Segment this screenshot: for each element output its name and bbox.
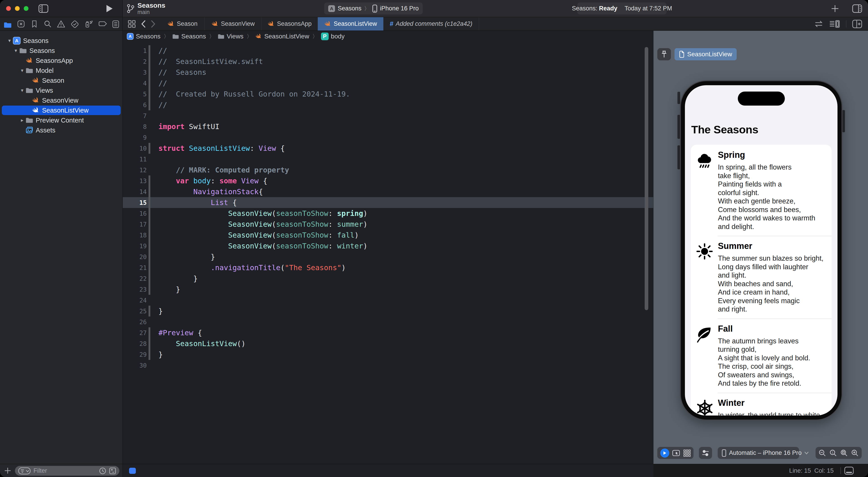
toggle-debug-area-icon[interactable] (843, 464, 855, 477)
line-number[interactable]: 2 (123, 58, 147, 65)
line-number[interactable]: 23 (123, 286, 147, 293)
go-back-icon[interactable] (141, 20, 146, 28)
code-line-20[interactable]: 20 } (123, 251, 653, 262)
line-number[interactable]: 18 (123, 232, 147, 239)
code-line-17[interactable]: 17 SeasonView(seasonToShow: summer) (123, 219, 653, 230)
sidebar-item-model[interactable]: ▾Model (0, 65, 123, 76)
run-destination[interactable]: iPhone 16 Pro (380, 5, 418, 12)
tab-seasonsapp[interactable]: SeasonsApp (261, 17, 318, 31)
code-line-27[interactable]: 27#Preview { (123, 327, 653, 338)
sidebar-item-season[interactable]: Season (0, 76, 123, 85)
scm-branch-info[interactable]: Seasons main (126, 0, 165, 17)
minimize-window-button[interactable] (15, 6, 20, 11)
code-line-29[interactable]: 29} (123, 349, 653, 360)
code-line-12[interactable]: 12 // MARK: Computed property (123, 165, 653, 175)
line-number[interactable]: 27 (123, 329, 147, 336)
line-number[interactable]: 13 (123, 177, 147, 184)
breadcrumb-item-seasons[interactable]: ASeasons (127, 33, 160, 40)
run-button[interactable] (104, 0, 114, 17)
sidebar-item-seasonsapp[interactable]: SeasonsApp (0, 56, 123, 65)
disclosure-closed-icon[interactable]: ▸ (20, 117, 25, 123)
code-line-4[interactable]: 4// (123, 78, 653, 89)
code-line-11[interactable]: 11 (123, 154, 653, 165)
line-number[interactable]: 8 (123, 123, 147, 130)
line-number[interactable]: 19 (123, 243, 147, 249)
code-line-3[interactable]: 3// Seasons (123, 67, 653, 78)
code-line-6[interactable]: 6// (123, 99, 653, 110)
sidebar-item-assets[interactable]: Assets (0, 125, 123, 135)
toggle-inspector-icon[interactable] (851, 0, 863, 17)
code-line-23[interactable]: 23 } (123, 284, 653, 295)
line-number[interactable]: 12 (123, 167, 147, 174)
code-line-10[interactable]: 10struct SeasonListView: View { (123, 143, 653, 154)
close-window-button[interactable] (6, 6, 11, 11)
code-line-2[interactable]: 2// SeasonListView.swift (123, 56, 653, 67)
line-number[interactable]: 5 (123, 91, 147, 98)
source-editor[interactable]: 1//2// SeasonListView.swift3// Seasons4/… (123, 42, 653, 464)
editor-scrollbar[interactable] (645, 47, 648, 310)
line-number[interactable]: 6 (123, 101, 147, 109)
code-line-19[interactable]: 19 SeasonView(seasonToShow: winter) (123, 241, 653, 251)
navigator-source-control-icon[interactable] (17, 20, 25, 28)
line-number[interactable]: 11 (123, 156, 147, 163)
related-items-icon[interactable] (128, 20, 136, 28)
line-number[interactable]: 20 (123, 254, 147, 261)
line-number[interactable]: 7 (123, 112, 147, 119)
line-number[interactable]: 9 (123, 134, 147, 141)
zoom-out-icon[interactable] (818, 449, 827, 457)
breakpoint-indicator[interactable] (129, 468, 136, 474)
line-number[interactable]: 29 (123, 351, 147, 358)
disclosure-open-icon[interactable]: ▾ (7, 38, 12, 43)
line-number[interactable]: 22 (123, 275, 147, 282)
breadcrumb-item-body[interactable]: Pbody (321, 33, 345, 40)
add-editor-icon[interactable] (830, 0, 840, 17)
code-line-16[interactable]: 16 SeasonView(seasonToShow: spring) (123, 208, 653, 219)
line-number[interactable]: 30 (123, 362, 147, 369)
line-number[interactable]: 16 (123, 210, 147, 217)
code-line-15[interactable]: 15 List { (123, 197, 653, 208)
scheme-selector[interactable]: A Seasons 〉 iPhone 16 Pro (324, 2, 423, 14)
code-line-30[interactable]: 30 (123, 360, 653, 371)
code-line-5[interactable]: 5// Created by Russell Gordon on 2024-11… (123, 89, 653, 99)
code-line-8[interactable]: 8import SwiftUI (123, 121, 653, 132)
navigator-breakpoints-icon[interactable] (112, 20, 120, 28)
tab-seasonlistview[interactable]: SeasonListView (318, 17, 383, 31)
code-line-9[interactable]: 9 (123, 132, 653, 143)
sidebar-item-seasonlistview[interactable]: SeasonListView (0, 106, 123, 115)
sidebar-item-views[interactable]: ▾Views (0, 85, 123, 95)
swap-editors-icon[interactable] (814, 20, 824, 28)
go-forward-icon[interactable] (151, 20, 156, 28)
split-editor-icon[interactable] (852, 20, 862, 28)
navigator-issues-icon[interactable] (57, 20, 65, 28)
zoom-in-icon[interactable] (851, 449, 859, 457)
line-number[interactable]: 26 (123, 319, 147, 326)
line-number[interactable]: 25 (123, 308, 147, 315)
disclosure-open-icon[interactable]: ▾ (13, 48, 19, 54)
line-number[interactable]: 1 (123, 47, 147, 54)
code-line-21[interactable]: 21 .navigationTitle("The Seasons") (123, 262, 653, 273)
breadcrumb-item-views[interactable]: Views (218, 33, 243, 40)
tab-seasonview[interactable]: SeasonView (205, 17, 261, 31)
navigator-tags-icon[interactable] (98, 20, 106, 28)
breadcrumb-item-seasons[interactable]: Seasons (172, 33, 206, 40)
line-number[interactable]: 10 (123, 145, 147, 152)
line-number[interactable]: 14 (123, 188, 147, 195)
scheme-name[interactable]: Seasons (338, 5, 362, 12)
code-line-22[interactable]: 22 } (123, 273, 653, 284)
sidebar-item-seasons[interactable]: ▾ASeasons (0, 36, 123, 46)
pin-preview-button[interactable] (657, 48, 671, 60)
tab-added-comments-c1e2a42-[interactable]: #Added comments (c1e2a42) (383, 17, 479, 31)
code-line-18[interactable]: 18 SeasonView(seasonToShow: fall) (123, 230, 653, 241)
editor-options-icon[interactable] (829, 20, 840, 28)
activity-status[interactable]: Seasons: Ready Today at 7:52 PM (577, 2, 666, 14)
line-number[interactable]: 17 (123, 221, 147, 228)
code-line-7[interactable]: 7 (123, 110, 653, 121)
add-file-icon[interactable] (3, 464, 12, 477)
preview-variants-icon[interactable] (683, 449, 691, 457)
navigator-debug-icon[interactable] (84, 20, 92, 28)
navigator-tests-icon[interactable] (70, 20, 79, 28)
code-line-28[interactable]: 28 SeasonListView() (123, 338, 653, 349)
code-line-13[interactable]: 13 var body: some View { (123, 175, 653, 186)
line-number[interactable]: 15 (123, 199, 147, 206)
device-settings-icon[interactable] (702, 449, 709, 457)
